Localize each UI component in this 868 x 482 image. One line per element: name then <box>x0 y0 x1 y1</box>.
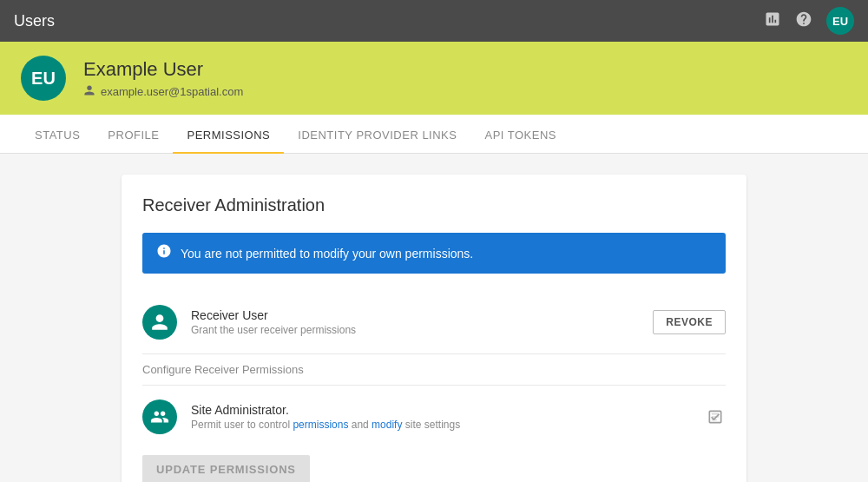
receiver-user-row: Receiver User Grant the user receiver pe… <box>142 291 726 354</box>
update-permissions-button[interactable]: UPDATE PERMISSIONS <box>142 455 310 482</box>
user-avatar-large: EU <box>21 56 66 101</box>
admin-desc: Permit user to control permissions and m… <box>191 419 460 431</box>
person-icon <box>83 84 95 99</box>
site-admin-icon <box>142 399 177 434</box>
receiver-user-info: Receiver User Grant the user receiver pe… <box>191 308 356 336</box>
tab-profile[interactable]: PROFILE <box>94 115 173 154</box>
tabs-bar: STATUS PROFILE PERMISSIONS IDENTITY PROV… <box>0 115 868 154</box>
admin-label: Site Administrator. <box>191 403 460 417</box>
permission-left: Receiver User Grant the user receiver pe… <box>142 305 356 340</box>
modify-link[interactable]: modify <box>372 419 402 431</box>
alert-banner: You are not permitted to modify your own… <box>142 233 726 274</box>
user-avatar-nav[interactable]: EU <box>826 7 854 35</box>
tab-identity-provider-links[interactable]: IDENTITY PROVIDER LINKS <box>284 115 470 154</box>
receiver-user-desc: Grant the user receiver permissions <box>191 324 356 336</box>
admin-left: Site Administrator. Permit user to contr… <box>142 399 460 434</box>
tab-status[interactable]: STATUS <box>21 115 94 154</box>
receiver-user-label: Receiver User <box>191 308 356 322</box>
main-content: Receiver Administration You are not perm… <box>0 154 868 482</box>
tab-permissions[interactable]: PERMISSIONS <box>173 115 284 154</box>
nav-actions: EU <box>764 7 854 35</box>
admin-checkbox[interactable] <box>705 406 726 427</box>
user-email-row: example.user@1spatial.com <box>83 84 243 99</box>
receiver-user-icon <box>142 305 177 340</box>
permissions-card: Receiver Administration You are not perm… <box>122 175 746 482</box>
site-admin-row: Site Administrator. Permit user to contr… <box>142 386 726 448</box>
admin-info: Site Administrator. Permit user to contr… <box>191 403 460 431</box>
user-banner: EU Example User example.user@1spatial.co… <box>0 42 868 115</box>
card-title: Receiver Administration <box>142 195 726 215</box>
configure-receiver-link[interactable]: Configure Receiver Permissions <box>142 354 726 386</box>
info-icon <box>156 243 172 263</box>
app-title: Users <box>14 12 55 30</box>
top-nav: Users EU <box>0 0 868 42</box>
help-icon[interactable] <box>795 10 812 32</box>
permissions-link[interactable]: permissions <box>293 419 348 431</box>
chart-icon[interactable] <box>764 10 781 32</box>
user-email: example.user@1spatial.com <box>101 85 243 98</box>
revoke-button[interactable]: REVOKE <box>653 310 726 334</box>
alert-text: You are not permitted to modify your own… <box>181 247 473 261</box>
user-name: Example User <box>83 58 243 81</box>
tab-api-tokens[interactable]: API TOKENS <box>470 115 570 154</box>
user-info: Example User example.user@1spatial.com <box>83 58 243 99</box>
